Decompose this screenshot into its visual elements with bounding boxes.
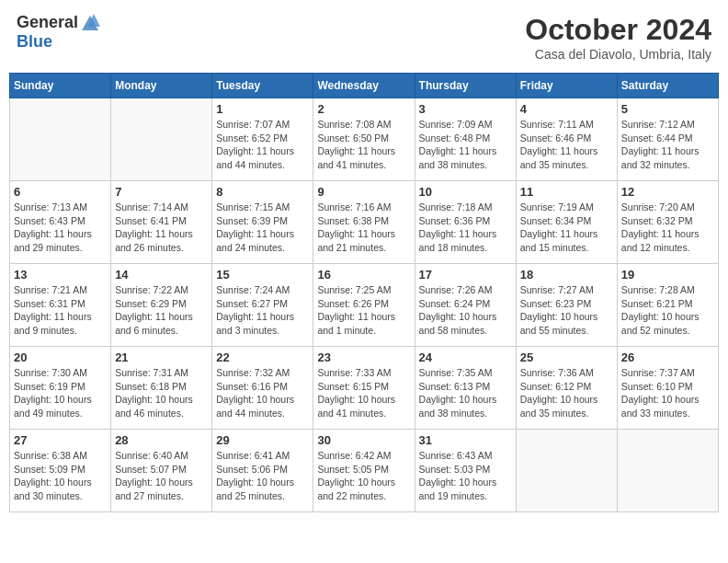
day-number: 15 xyxy=(216,268,309,282)
day-number: 18 xyxy=(520,268,613,282)
logo-blue-text: Blue xyxy=(17,32,52,52)
calendar-cell: 11Sunrise: 7:19 AMSunset: 6:34 PMDayligh… xyxy=(516,181,617,264)
calendar-cell: 21Sunrise: 7:31 AMSunset: 6:18 PMDayligh… xyxy=(111,347,212,430)
day-info: Sunrise: 7:08 AMSunset: 6:50 PMDaylight:… xyxy=(317,118,410,172)
day-info: Sunrise: 7:15 AMSunset: 6:39 PMDaylight:… xyxy=(216,201,309,255)
day-number: 6 xyxy=(14,185,107,199)
calendar-week-row: 20Sunrise: 7:30 AMSunset: 6:19 PMDayligh… xyxy=(10,347,719,430)
calendar-cell: 19Sunrise: 7:28 AMSunset: 6:21 PMDayligh… xyxy=(617,264,718,347)
day-info: Sunrise: 7:36 AMSunset: 6:12 PMDaylight:… xyxy=(520,366,613,420)
day-number: 13 xyxy=(14,268,107,282)
day-number: 10 xyxy=(419,185,512,199)
day-info: Sunrise: 7:16 AMSunset: 6:38 PMDaylight:… xyxy=(317,201,410,255)
day-number: 3 xyxy=(419,102,512,116)
day-info: Sunrise: 6:41 AMSunset: 5:06 PMDaylight:… xyxy=(216,449,309,503)
calendar-cell: 17Sunrise: 7:26 AMSunset: 6:24 PMDayligh… xyxy=(415,264,516,347)
calendar-cell: 26Sunrise: 7:37 AMSunset: 6:10 PMDayligh… xyxy=(617,347,718,430)
calendar-cell xyxy=(111,98,212,181)
calendar-cell: 6Sunrise: 7:13 AMSunset: 6:43 PMDaylight… xyxy=(10,181,111,264)
calendar-cell: 2Sunrise: 7:08 AMSunset: 6:50 PMDaylight… xyxy=(313,98,415,181)
day-info: Sunrise: 7:37 AMSunset: 6:10 PMDaylight:… xyxy=(621,366,714,420)
calendar-day-header: Saturday xyxy=(617,74,718,98)
day-number: 9 xyxy=(317,185,410,199)
day-info: Sunrise: 6:43 AMSunset: 5:03 PMDaylight:… xyxy=(419,449,512,503)
calendar-cell: 14Sunrise: 7:22 AMSunset: 6:29 PMDayligh… xyxy=(111,264,212,347)
logo-general-text: General xyxy=(17,13,78,32)
calendar-cell: 29Sunrise: 6:41 AMSunset: 5:06 PMDayligh… xyxy=(212,430,313,512)
day-number: 26 xyxy=(621,350,714,364)
page-header: General Blue October 2024 Casa del Diavo… xyxy=(9,9,719,65)
calendar-day-header: Wednesday xyxy=(313,74,415,98)
calendar-cell xyxy=(516,430,617,512)
month-title: October 2024 xyxy=(525,13,711,47)
day-info: Sunrise: 7:25 AMSunset: 6:26 PMDaylight:… xyxy=(317,283,410,338)
calendar-cell: 5Sunrise: 7:12 AMSunset: 6:44 PMDaylight… xyxy=(617,98,718,181)
day-info: Sunrise: 6:42 AMSunset: 5:05 PMDaylight:… xyxy=(317,449,410,503)
day-info: Sunrise: 7:14 AMSunset: 6:41 PMDaylight:… xyxy=(115,201,208,255)
day-info: Sunrise: 7:30 AMSunset: 6:19 PMDaylight:… xyxy=(14,366,107,420)
day-number: 29 xyxy=(216,433,309,447)
calendar-week-row: 1Sunrise: 7:07 AMSunset: 6:52 PMDaylight… xyxy=(10,98,719,181)
calendar-cell: 16Sunrise: 7:25 AMSunset: 6:26 PMDayligh… xyxy=(313,264,415,347)
day-info: Sunrise: 7:32 AMSunset: 6:16 PMDaylight:… xyxy=(216,366,309,420)
day-info: Sunrise: 7:26 AMSunset: 6:24 PMDaylight:… xyxy=(419,283,512,338)
calendar-cell: 10Sunrise: 7:18 AMSunset: 6:36 PMDayligh… xyxy=(415,181,516,264)
day-info: Sunrise: 7:35 AMSunset: 6:13 PMDaylight:… xyxy=(419,366,512,420)
day-info: Sunrise: 7:24 AMSunset: 6:27 PMDaylight:… xyxy=(216,283,309,338)
day-number: 23 xyxy=(317,350,410,364)
calendar-day-header: Friday xyxy=(516,74,617,98)
day-number: 5 xyxy=(621,102,714,116)
day-number: 30 xyxy=(317,433,410,447)
day-number: 1 xyxy=(216,102,309,116)
day-info: Sunrise: 7:12 AMSunset: 6:44 PMDaylight:… xyxy=(621,118,714,172)
day-number: 7 xyxy=(115,185,208,199)
day-info: Sunrise: 7:27 AMSunset: 6:23 PMDaylight:… xyxy=(520,283,613,338)
calendar-week-row: 27Sunrise: 6:38 AMSunset: 5:09 PMDayligh… xyxy=(10,430,719,512)
calendar-cell: 30Sunrise: 6:42 AMSunset: 5:05 PMDayligh… xyxy=(313,430,415,512)
calendar-week-row: 6Sunrise: 7:13 AMSunset: 6:43 PMDaylight… xyxy=(10,181,719,264)
title-section: October 2024 Casa del Diavolo, Umbria, I… xyxy=(525,13,711,62)
day-number: 4 xyxy=(520,102,613,116)
day-info: Sunrise: 7:33 AMSunset: 6:15 PMDaylight:… xyxy=(317,366,410,420)
calendar-header-row: SundayMondayTuesdayWednesdayThursdayFrid… xyxy=(10,74,719,98)
calendar-day-header: Monday xyxy=(111,74,212,98)
location-text: Casa del Diavolo, Umbria, Italy xyxy=(525,47,711,62)
calendar-cell: 3Sunrise: 7:09 AMSunset: 6:48 PMDaylight… xyxy=(415,98,516,181)
calendar-cell: 18Sunrise: 7:27 AMSunset: 6:23 PMDayligh… xyxy=(516,264,617,347)
calendar-cell: 20Sunrise: 7:30 AMSunset: 6:19 PMDayligh… xyxy=(10,347,111,430)
day-info: Sunrise: 6:40 AMSunset: 5:07 PMDaylight:… xyxy=(115,449,208,503)
calendar-cell: 1Sunrise: 7:07 AMSunset: 6:52 PMDaylight… xyxy=(212,98,313,181)
calendar-cell: 22Sunrise: 7:32 AMSunset: 6:16 PMDayligh… xyxy=(212,347,313,430)
day-info: Sunrise: 7:19 AMSunset: 6:34 PMDaylight:… xyxy=(520,201,613,255)
logo-icon xyxy=(80,14,100,32)
day-number: 17 xyxy=(419,268,512,282)
calendar-cell xyxy=(617,430,718,512)
day-info: Sunrise: 7:13 AMSunset: 6:43 PMDaylight:… xyxy=(14,201,107,255)
day-info: Sunrise: 7:28 AMSunset: 6:21 PMDaylight:… xyxy=(621,283,714,338)
calendar-cell: 7Sunrise: 7:14 AMSunset: 6:41 PMDaylight… xyxy=(111,181,212,264)
day-number: 21 xyxy=(115,350,208,364)
day-number: 20 xyxy=(14,350,107,364)
day-info: Sunrise: 7:07 AMSunset: 6:52 PMDaylight:… xyxy=(216,118,309,172)
day-number: 14 xyxy=(115,268,208,282)
logo: General Blue xyxy=(17,13,102,52)
day-number: 16 xyxy=(317,268,410,282)
calendar-table: SundayMondayTuesdayWednesdayThursdayFrid… xyxy=(9,73,719,512)
day-info: Sunrise: 7:20 AMSunset: 6:32 PMDaylight:… xyxy=(621,201,714,255)
calendar-day-header: Sunday xyxy=(10,74,111,98)
calendar-cell: 24Sunrise: 7:35 AMSunset: 6:13 PMDayligh… xyxy=(415,347,516,430)
calendar-cell: 4Sunrise: 7:11 AMSunset: 6:46 PMDaylight… xyxy=(516,98,617,181)
day-number: 19 xyxy=(621,268,714,282)
calendar-cell: 12Sunrise: 7:20 AMSunset: 6:32 PMDayligh… xyxy=(617,181,718,264)
day-number: 25 xyxy=(520,350,613,364)
day-number: 27 xyxy=(14,433,107,447)
calendar-week-row: 13Sunrise: 7:21 AMSunset: 6:31 PMDayligh… xyxy=(10,264,719,347)
day-info: Sunrise: 7:31 AMSunset: 6:18 PMDaylight:… xyxy=(115,366,208,420)
calendar-day-header: Thursday xyxy=(415,74,516,98)
calendar-cell xyxy=(10,98,111,181)
day-info: Sunrise: 7:11 AMSunset: 6:46 PMDaylight:… xyxy=(520,118,613,172)
day-number: 22 xyxy=(216,350,309,364)
day-number: 31 xyxy=(419,433,512,447)
day-info: Sunrise: 7:18 AMSunset: 6:36 PMDaylight:… xyxy=(419,201,512,255)
day-info: Sunrise: 6:38 AMSunset: 5:09 PMDaylight:… xyxy=(14,449,107,503)
